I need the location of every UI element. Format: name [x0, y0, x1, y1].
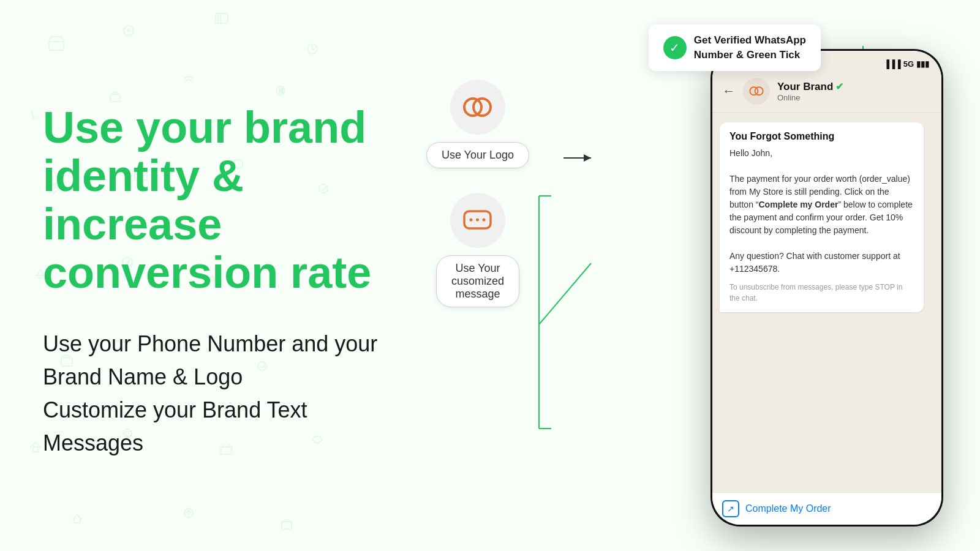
cta-link-icon: ↗: [722, 500, 739, 517]
contact-avatar: [743, 78, 770, 105]
message-icon-circle: [450, 193, 505, 248]
subtext: Use your Phone Number and your Brand Nam…: [43, 328, 380, 460]
message-icon: [461, 204, 494, 238]
back-arrow-icon[interactable]: ←: [722, 83, 736, 99]
svg-point-25: [483, 218, 486, 221]
phone-screen: 21:46 ▐▐▐ 5G ▮▮▮ ←: [712, 51, 941, 525]
contact-info: Your Brand ✔ Online: [777, 81, 932, 102]
subtext-line3: Customize your Brand Text Messages: [43, 397, 307, 455]
message-title: You Forgot Something: [729, 131, 914, 142]
logo-icon: [461, 91, 494, 124]
verified-check-icon: ✓: [663, 36, 687, 59]
right-section: ✓ Get Verified WhatsApp Number & Green T…: [539, 0, 980, 551]
network-type: 5G: [903, 59, 914, 69]
verified-badge-icon: ✔: [835, 81, 843, 92]
chat-area: You Forgot Something Hello John, The pay…: [712, 113, 941, 492]
status-icons: ▐▐▐ 5G ▮▮▮: [884, 59, 929, 69]
middle-section: Use Your Logo Use Your cusomized message: [392, 80, 564, 307]
svg-point-24: [476, 218, 479, 221]
message-body: Hello John, The payment for your order w…: [729, 147, 914, 304]
whatsapp-header: ← Your Brand ✔ Online: [712, 73, 941, 113]
svg-point-23: [470, 218, 473, 221]
cta-button[interactable]: Complete My Order: [745, 503, 831, 514]
message-bubble: You Forgot Something Hello John, The pay…: [720, 122, 924, 312]
verified-tooltip: ✓ Get Verified WhatsApp Number & Green T…: [649, 24, 821, 71]
logo-feature-label: Use Your Logo: [426, 142, 529, 168]
left-section: Use your brand identity & increase conve…: [0, 0, 417, 551]
unsubscribe-text: To unsubscribe from messages, please typ…: [729, 282, 914, 304]
battery-icon: ▮▮▮: [916, 59, 929, 69]
cta-area[interactable]: ↗ Complete My Order: [712, 492, 941, 525]
message-feature: Use Your cusomized message: [436, 193, 519, 307]
phone-frame: 21:46 ▐▐▐ 5G ▮▮▮ ←: [710, 49, 943, 527]
svg-point-32: [755, 87, 763, 95]
headline: Use your brand identity & increase conve…: [43, 103, 380, 298]
signal-bars: ▐▐▐: [884, 59, 901, 69]
subtext-line1: Use your Phone Number and your: [43, 331, 377, 356]
message-feature-label: Use Your cusomized message: [436, 255, 519, 307]
logo-feature: Use Your Logo: [426, 80, 529, 168]
phone-container: 21:46 ▐▐▐ 5G ▮▮▮ ←: [710, 49, 943, 527]
verified-text: Get Verified WhatsApp Number & Green Tic…: [694, 33, 806, 62]
contact-name: Your Brand ✔: [777, 81, 932, 93]
contact-status: Online: [777, 93, 932, 102]
logo-icon-circle: [450, 80, 505, 135]
avatar-logo-icon: [747, 82, 766, 100]
subtext-line2: Brand Name & Logo: [43, 364, 243, 389]
